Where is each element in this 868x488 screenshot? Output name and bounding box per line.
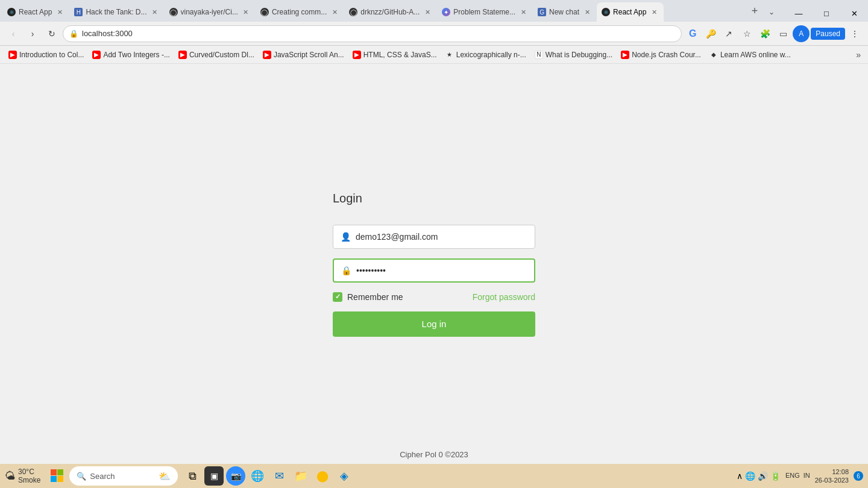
address-bar[interactable]: 🔒 localhost:3000 (63, 25, 682, 42)
tab-tab7[interactable]: G New chat ✕ (533, 2, 597, 22)
search-icon: 🔍 (77, 472, 86, 481)
login-button[interactable]: Log in (333, 311, 535, 337)
system-clock[interactable]: 12:08 26-03-2023 (815, 468, 849, 485)
weather-temp: 30°C (18, 468, 40, 476)
password-manager-icon[interactable]: 🔑 (702, 25, 719, 42)
bookmark-icon[interactable]: ☆ (738, 25, 755, 42)
svg-rect-2 (51, 476, 57, 482)
bookmark-favicon: ▶ (263, 51, 271, 59)
taskbar-app-files[interactable]: 📁 (291, 466, 310, 486)
refresh-button[interactable]: ↻ (43, 25, 60, 42)
taskbar-search[interactable]: 🔍 Search ⛅ (69, 466, 178, 486)
tab-close-button[interactable]: ✕ (649, 7, 659, 17)
tab-favicon: ◯ (349, 8, 357, 16)
tab-favicon: ◯ (169, 8, 178, 16)
sidebar-icon[interactable]: ▭ (775, 25, 791, 42)
tab-favicon: ✦ (442, 8, 450, 16)
tab-favicon: ◯ (260, 8, 269, 16)
profile-button[interactable]: A (793, 25, 810, 42)
tab-title: vinayaka-iyer/Ci... (181, 8, 238, 16)
windows-icon (51, 469, 64, 483)
google-icon[interactable]: G (684, 25, 701, 42)
taskbar-app-chrome[interactable]: ⬤ (313, 466, 332, 486)
maximize-button[interactable]: □ (813, 2, 840, 22)
clock-time: 12:08 (832, 468, 849, 476)
bookmark-item[interactable]: ◆ Learn AWS online w... (706, 49, 794, 60)
tab-tab5[interactable]: ◯ drknzz/GitHub-A... ✕ (344, 2, 437, 22)
tab-close-button[interactable]: ✕ (241, 7, 251, 17)
menu-button[interactable]: ⋮ (846, 25, 863, 42)
taskbar-app-zoom[interactable]: 📷 (226, 466, 245, 486)
network-icon[interactable]: 🌐 (745, 471, 755, 481)
language-indicator[interactable]: ENG IN (785, 472, 810, 480)
password-input[interactable] (356, 266, 527, 275)
bookmark-item[interactable]: N What is Debugging... (531, 49, 616, 60)
bookmark-item[interactable]: ▶ HTML, CSS & JavaS... (349, 49, 441, 60)
taskbar: 🌤 30°C Smoke 🔍 Search ⛅ ⧉ ▣ 📷 🌐 ✉ 📁 ⬤ ◈ … (0, 464, 868, 488)
minimize-button[interactable]: — (785, 2, 813, 22)
system-tray-icons: ∧ 🌐 🔊 🔋 (737, 471, 781, 481)
bookmark-title: Introduction to Col... (19, 51, 84, 59)
bookmarks-more-button[interactable]: » (854, 49, 863, 61)
volume-icon[interactable]: 🔊 (758, 471, 768, 481)
taskbar-app-terminal[interactable]: ▣ (204, 466, 224, 486)
tab-close-button[interactable]: ✕ (582, 7, 592, 17)
bookmark-item[interactable]: ★ Lexicographically n-... (442, 49, 530, 60)
tab-title: Problem Stateme... (453, 8, 515, 16)
weather-widget[interactable]: 🌤 30°C Smoke (5, 468, 40, 485)
tab-tab2[interactable]: H Hack the Tank: D... ✕ (69, 2, 164, 22)
bookmark-favicon: ▶ (8, 51, 17, 59)
bookmark-item[interactable]: ▶ Node.js Crash Cour... (617, 49, 705, 60)
taskbar-app-mail[interactable]: ✉ (269, 466, 289, 486)
tab-close-button[interactable]: ✕ (330, 7, 339, 17)
battery-icon[interactable]: 🔋 (770, 471, 781, 481)
bookmark-favicon: ▶ (353, 51, 361, 59)
tray-up-arrow[interactable]: ∧ (737, 471, 743, 481)
tab-close-button[interactable]: ✕ (423, 7, 432, 17)
tab-tab1[interactable]: ⚛ React App ✕ (2, 2, 69, 22)
bookmark-item[interactable]: ▶ JavaScript Scroll An... (259, 49, 348, 60)
notification-badge[interactable]: 6 (854, 471, 863, 481)
tab-title: React App (613, 8, 646, 16)
paused-button[interactable]: Paused (811, 28, 845, 40)
remember-me-label: Remember me (347, 292, 403, 302)
bookmark-favicon: ▶ (92, 51, 101, 59)
search-placeholder: Search (90, 472, 115, 481)
tab-tab8[interactable]: ⚛ React App ✕ (597, 2, 664, 22)
new-tab-button[interactable]: + (746, 2, 763, 19)
tab-favicon: ⚛ (602, 8, 610, 16)
bookmark-favicon: ◆ (709, 51, 718, 59)
bookmark-item[interactable]: ▶ Add Two Integers -... (89, 49, 174, 60)
svg-rect-1 (57, 469, 63, 475)
bookmark-title: Add Two Integers -... (103, 51, 170, 59)
bookmarks-bar: ▶ Introduction to Col... ▶ Add Two Integ… (0, 46, 868, 64)
share-icon[interactable]: ↗ (720, 25, 737, 42)
tab-tab6[interactable]: ✦ Problem Stateme... ✕ (437, 2, 533, 22)
bookmark-item[interactable]: ▶ Introduction to Col... (5, 49, 87, 60)
lock-icon: 🔒 (341, 266, 351, 275)
remember-me-checkbox[interactable] (333, 292, 342, 302)
tab-close-button[interactable]: ✕ (150, 7, 160, 17)
back-button[interactable]: ‹ (5, 25, 22, 42)
taskview-button[interactable]: ⧉ (183, 466, 202, 486)
tab-tab3[interactable]: ◯ vinayaka-iyer/Ci... ✕ (165, 2, 256, 22)
forgot-password-link[interactable]: Forgot password (473, 292, 535, 302)
tab-tab4[interactable]: ◯ Creating comm... ✕ (256, 2, 344, 22)
taskbar-app-edge[interactable]: 🌐 (248, 466, 267, 486)
email-input[interactable] (356, 232, 527, 242)
taskbar-app-vscode[interactable]: ◈ (335, 466, 354, 486)
weather-text: 30°C Smoke (18, 468, 40, 485)
footer-text: Cipher Pol 0 ©2023 (400, 450, 468, 459)
tab-title: New chat (549, 8, 579, 16)
bookmark-title: Lexicographically n-... (456, 51, 526, 59)
forward-button[interactable]: › (24, 25, 41, 42)
tab-favicon: H (74, 8, 83, 16)
tab-list-button[interactable]: ⌄ (763, 4, 780, 20)
close-button[interactable]: ✕ (840, 2, 868, 22)
tab-close-button[interactable]: ✕ (55, 7, 64, 17)
start-button[interactable] (48, 466, 67, 486)
extensions-icon[interactable]: 🧩 (756, 25, 773, 42)
bookmark-item[interactable]: ▶ Curved/Custom Dl... (175, 49, 258, 60)
tab-close-button[interactable]: ✕ (518, 7, 528, 17)
clock-date: 26-03-2023 (815, 476, 849, 484)
